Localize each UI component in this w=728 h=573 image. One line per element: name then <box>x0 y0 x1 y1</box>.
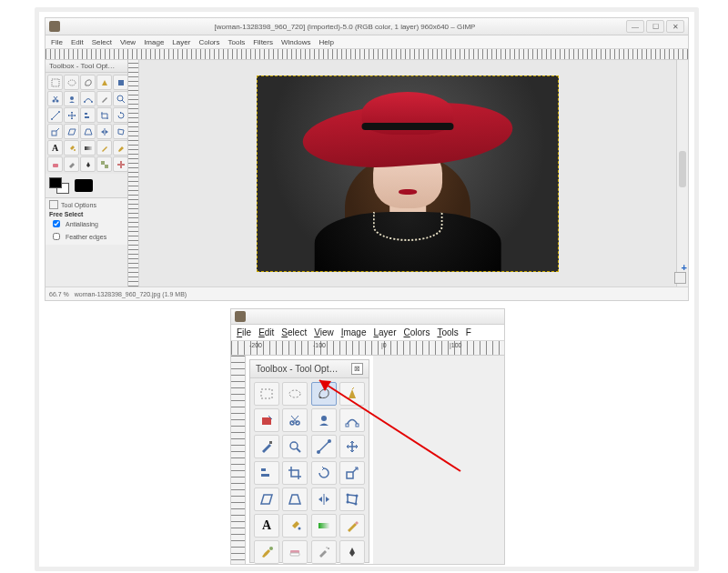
maximize-button[interactable]: ☐ <box>646 20 664 33</box>
menu-more[interactable]: F <box>466 327 471 337</box>
tool-shear[interactable] <box>64 124 79 139</box>
menu-select[interactable]: Select <box>92 38 112 46</box>
antialiasing-checkbox[interactable]: Antialiasing <box>49 217 124 230</box>
menu-layer[interactable]: Layer <box>373 327 396 337</box>
tool-align[interactable] <box>254 461 279 485</box>
tool-flip[interactable] <box>96 124 112 139</box>
tool-align[interactable] <box>80 107 96 123</box>
tool-fuzzy-select[interactable] <box>339 382 365 406</box>
menu-image[interactable]: Image <box>144 38 164 46</box>
tool-color-select[interactable] <box>113 75 128 90</box>
tool-scale[interactable] <box>47 124 63 139</box>
tool-airbrush[interactable] <box>64 156 79 172</box>
menu-help[interactable]: Help <box>318 38 333 46</box>
tool-flip[interactable] <box>311 488 337 511</box>
canvas-zoom[interactable] <box>373 356 504 565</box>
menu-colors[interactable]: Colors <box>403 327 430 337</box>
tool-ink[interactable] <box>80 156 96 172</box>
tool-color-picker[interactable] <box>96 91 112 106</box>
tool-text[interactable]: A <box>47 140 63 156</box>
svg-point-43 <box>269 547 273 550</box>
tool-heal[interactable] <box>113 156 128 172</box>
menu-file[interactable]: File <box>237 327 251 337</box>
tool-measure[interactable] <box>47 107 63 123</box>
menu-view[interactable]: View <box>120 38 136 46</box>
menu-edit[interactable]: Edit <box>258 327 274 337</box>
foreground-color[interactable] <box>49 177 62 188</box>
tool-ellipse-select[interactable] <box>64 75 79 90</box>
svg-point-37 <box>346 494 349 497</box>
tool-scale[interactable] <box>339 461 365 485</box>
menu-layer[interactable]: Layer <box>172 38 190 46</box>
tool-pencil[interactable] <box>339 514 365 538</box>
tool-blend[interactable] <box>80 140 96 156</box>
menu-windows[interactable]: Windows <box>281 38 310 46</box>
tool-crop[interactable] <box>282 461 308 485</box>
tool-color-select[interactable] <box>254 408 279 432</box>
menu-filters[interactable]: Filters <box>253 38 273 46</box>
tool-cage[interactable] <box>113 124 128 139</box>
menu-colors[interactable]: Colors <box>198 38 219 46</box>
tool-zoom[interactable] <box>282 435 308 458</box>
tool-free-select[interactable] <box>80 75 96 90</box>
minimize-button[interactable]: — <box>626 20 644 33</box>
menu-file[interactable]: File <box>51 38 63 46</box>
tool-perspective[interactable] <box>282 488 308 511</box>
tool-crop[interactable] <box>96 107 112 123</box>
tool-color-picker[interactable] <box>254 435 279 458</box>
navigation-thumb[interactable] <box>674 272 686 284</box>
svg-rect-45 <box>290 553 299 556</box>
tool-zoom[interactable] <box>113 91 128 106</box>
tool-move[interactable] <box>64 107 79 123</box>
tool-bucket-fill[interactable] <box>64 140 79 156</box>
tool-perspective[interactable] <box>80 124 96 139</box>
tool-pencil[interactable] <box>96 140 112 156</box>
tool-cage[interactable] <box>339 488 365 511</box>
color-swatch[interactable] <box>46 174 127 197</box>
svg-rect-29 <box>356 424 359 427</box>
tool-airbrush[interactable] <box>311 540 337 564</box>
tool-ink[interactable] <box>339 540 365 564</box>
tool-free-select[interactable] <box>311 382 337 406</box>
tool-shear[interactable] <box>254 488 279 511</box>
tool-bucket-fill[interactable] <box>282 514 308 538</box>
tool-measure[interactable] <box>311 435 337 458</box>
tool-eraser[interactable] <box>282 540 308 564</box>
svg-rect-11 <box>85 113 87 115</box>
menu-edit[interactable]: Edit <box>71 38 84 46</box>
tool-rectangle-select[interactable] <box>47 75 63 90</box>
tool-fuzzy-select[interactable] <box>96 75 112 90</box>
svg-point-22 <box>289 390 300 397</box>
tool-paths[interactable] <box>339 408 365 432</box>
tool-rotate[interactable] <box>311 461 337 485</box>
status-zoom[interactable]: 66.7 % <box>49 291 69 297</box>
status-filename: woman-1328398_960_720.jpg (1.9 MB) <box>75 291 187 297</box>
tool-foreground-select[interactable] <box>64 91 79 106</box>
menu-select[interactable]: Select <box>281 327 307 337</box>
tool-scissors[interactable] <box>47 91 63 106</box>
canvas[interactable] <box>139 60 676 286</box>
tool-blend[interactable] <box>311 514 337 538</box>
active-brush-indicator[interactable] <box>75 179 93 192</box>
menu-view[interactable]: View <box>314 327 334 337</box>
menu-tools[interactable]: Tools <box>437 327 458 337</box>
tool-ellipse-select[interactable] <box>282 382 308 406</box>
close-dock-icon[interactable]: ⊠ <box>351 363 363 375</box>
tool-move[interactable] <box>339 435 365 458</box>
tool-rotate[interactable] <box>113 107 128 123</box>
tool-scissors[interactable] <box>282 408 308 432</box>
close-button[interactable]: ✕ <box>666 20 684 33</box>
tool-eraser[interactable] <box>47 156 63 172</box>
tool-paintbrush[interactable] <box>113 140 128 156</box>
tool-paths[interactable] <box>80 91 96 106</box>
menu-image[interactable]: Image <box>341 327 367 337</box>
svg-point-1 <box>68 80 76 85</box>
scrollbar-vertical[interactable] <box>676 60 688 286</box>
tool-foreground-select[interactable] <box>311 408 337 432</box>
tool-text[interactable]: A <box>254 514 279 538</box>
tool-paintbrush[interactable] <box>254 540 279 564</box>
tool-clone[interactable] <box>96 156 112 172</box>
feather-edges-checkbox[interactable]: Feather edges <box>49 230 124 243</box>
tool-rectangle-select[interactable] <box>254 382 279 406</box>
menu-tools[interactable]: Tools <box>228 38 246 46</box>
